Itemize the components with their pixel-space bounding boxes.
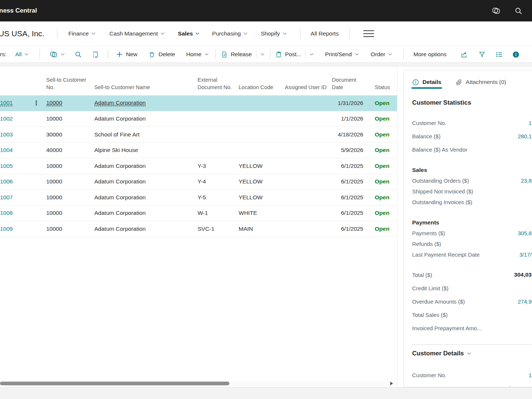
cell-document-date[interactable]: 6/1/2025 <box>332 221 363 237</box>
table-row[interactable]: 100610000Adatum CorporationY-4YELLOW6/1/… <box>0 174 397 190</box>
field-value[interactable]: 23,8 <box>521 177 532 184</box>
row-context-menu-icon[interactable]: ⋮ <box>29 95 44 111</box>
field-value[interactable]: Adatum Co <box>504 385 532 388</box>
order-no-link[interactable]: 1004 <box>0 143 29 158</box>
cell-document-date[interactable]: 5/9/2026 <box>332 143 363 158</box>
home-menu-button[interactable]: Home <box>186 51 208 58</box>
cell-customer-no[interactable]: 10000 <box>44 95 94 111</box>
cell-location-code[interactable]: YELLOW <box>239 158 285 174</box>
cell-customer-no[interactable]: 10000 <box>44 158 94 174</box>
cell-external-document-no[interactable] <box>196 143 239 158</box>
cell-document-date[interactable]: 6/1/2025 <box>332 174 363 190</box>
table-row[interactable]: 100330000School of Fine Art4/18/2026Open <box>0 127 397 143</box>
nav-item-shopify[interactable]: Shopify <box>261 30 287 37</box>
cell-location-code[interactable] <box>239 111 285 127</box>
nav-item-all-reports[interactable]: All Reports <box>311 30 339 37</box>
cell-assigned-user-id[interactable] <box>285 111 332 127</box>
tab-attachments[interactable]: Attachments (0) <box>455 79 506 86</box>
col-header-document-date[interactable]: Document Date <box>332 76 363 95</box>
cell-status[interactable]: Open <box>363 190 397 205</box>
cell-location-code[interactable]: YELLOW <box>239 190 285 205</box>
table-row[interactable]: 100510000Adatum CorporationY-3YELLOW6/1/… <box>0 158 397 174</box>
menu-hamburger-icon[interactable] <box>363 29 375 39</box>
post-button[interactable]: Post... <box>275 51 302 58</box>
table-row[interactable]: 100710000Adatum CorporationY-5YELLOW6/1/… <box>0 190 397 206</box>
search-list-button[interactable] <box>74 51 82 58</box>
new-button[interactable]: New <box>116 51 137 58</box>
cell-external-document-no[interactable] <box>196 111 239 127</box>
nav-item-cash-management[interactable]: Cash Management <box>110 30 165 37</box>
order-no-link[interactable]: 1007 <box>0 190 29 205</box>
col-header-location-code[interactable]: Location Code <box>239 84 285 95</box>
cell-customer-no[interactable]: 40000 <box>44 143 94 158</box>
cell-customer-no[interactable]: 10000 <box>44 111 94 127</box>
cell-status[interactable]: Open <box>363 143 397 158</box>
company-name[interactable]: US USA, Inc. <box>0 29 44 38</box>
cell-customer-no[interactable]: 30000 <box>44 127 94 142</box>
cell-customer-name[interactable]: Adatum Corporation <box>94 221 196 237</box>
order-no-link[interactable]: 1003 <box>0 127 29 142</box>
nav-item-purchasing[interactable]: Purchasing <box>212 30 248 37</box>
cell-external-document-no[interactable] <box>196 95 239 111</box>
order-no-link[interactable]: 1001 <box>0 95 29 111</box>
info-panel-toggle-button[interactable] <box>512 51 520 58</box>
cell-external-document-no[interactable]: Y-4 <box>196 174 239 190</box>
cell-external-document-no[interactable]: Y-3 <box>196 158 239 174</box>
cell-customer-name[interactable]: Adatum Corporation <box>94 158 196 174</box>
col-header-assigned-user-id[interactable]: Assigned User ID <box>285 84 332 95</box>
scrollbar-thumb[interactable] <box>0 382 229 385</box>
cell-assigned-user-id[interactable] <box>285 221 332 237</box>
cell-document-date[interactable]: 6/1/2025 <box>332 190 363 205</box>
col-header-status[interactable]: Status <box>363 84 397 95</box>
cell-external-document-no[interactable] <box>196 127 239 142</box>
field-value[interactable]: 3/17/ <box>519 251 532 258</box>
cell-assigned-user-id[interactable] <box>285 174 332 190</box>
cell-customer-no[interactable]: 10000 <box>44 190 94 205</box>
horizontal-scrollbar[interactable] <box>0 381 397 386</box>
cell-customer-name[interactable]: Adatum Corporation <box>94 111 196 127</box>
field-value[interactable]: 274,9 <box>518 298 532 305</box>
field-value[interactable]: 305,8 <box>518 230 532 236</box>
cell-status[interactable]: Open <box>363 221 397 237</box>
cell-location-code[interactable]: MAIN <box>239 221 285 237</box>
order-no-link[interactable]: 1006 <box>0 174 29 190</box>
cell-document-date[interactable]: 1/1/2026 <box>332 111 363 127</box>
release-button[interactable]: Release <box>221 51 252 58</box>
share-button[interactable] <box>461 51 468 58</box>
cell-assigned-user-id[interactable] <box>285 206 332 221</box>
copilot-button[interactable] <box>488 2 505 19</box>
release-dropdown-chevron[interactable] <box>260 53 265 56</box>
table-row[interactable]: 100810000Adatum CorporationW-1WHITE6/1/2… <box>0 206 397 222</box>
delete-button[interactable]: Delete <box>148 51 175 58</box>
cell-status[interactable]: Open <box>363 206 397 221</box>
tab-details[interactable]: Details <box>412 79 441 86</box>
scrollbar-right-arrow-icon[interactable] <box>390 382 393 385</box>
cell-assigned-user-id[interactable] <box>285 127 332 142</box>
cell-assigned-user-id[interactable] <box>285 158 332 174</box>
cell-assigned-user-id[interactable] <box>285 95 332 111</box>
filter-icon-button[interactable] <box>478 51 486 58</box>
cell-customer-no[interactable]: 10000 <box>44 174 94 190</box>
table-row[interactable]: 1001⋮10000Adatum Corporation1/31/2026Ope… <box>0 95 397 111</box>
cell-status[interactable]: Open <box>363 127 397 142</box>
nav-item-sales[interactable]: Sales <box>178 30 200 37</box>
copilot-dropdown-button[interactable] <box>50 50 65 58</box>
cell-document-date[interactable]: 6/1/2025 <box>332 206 363 221</box>
cell-external-document-no[interactable]: W-1 <box>196 206 239 221</box>
cell-location-code[interactable] <box>239 95 285 111</box>
table-row[interactable]: 100440000Alpine Ski House5/9/2026Open <box>0 143 397 159</box>
cell-document-date[interactable]: 4/18/2026 <box>332 127 363 142</box>
cell-document-date[interactable]: 6/1/2025 <box>332 158 363 174</box>
field-value[interactable]: 1 <box>529 120 532 126</box>
order-no-link[interactable]: 1009 <box>0 221 29 237</box>
nav-item-finance[interactable]: Finance <box>68 30 95 37</box>
more-options-button[interactable]: More options <box>413 51 447 58</box>
col-header-sell-to-customer-no[interactable]: Sell-to Customer No. <box>44 76 94 95</box>
cell-external-document-no[interactable]: Y-5 <box>196 190 239 205</box>
order-no-link[interactable]: 1005 <box>0 158 29 174</box>
field-value[interactable]: 1 <box>529 372 532 378</box>
cell-customer-name[interactable]: Alpine Ski House <box>94 143 196 158</box>
cell-assigned-user-id[interactable] <box>285 190 332 205</box>
order-menu-button[interactable]: Order <box>371 51 393 58</box>
table-row[interactable]: 100910000Adatum CorporationSVC-1MAIN6/1/… <box>0 221 397 237</box>
